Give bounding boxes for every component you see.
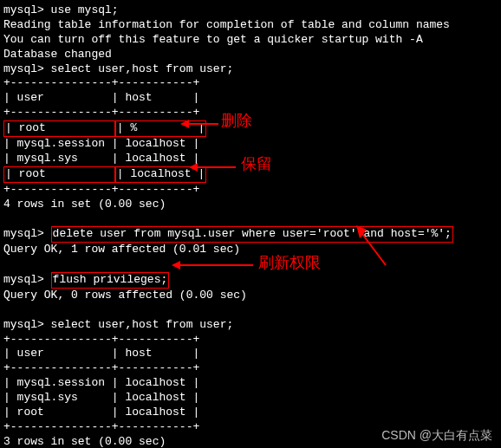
- output-line: Query OK, 0 rows affected (0.00 sec): [3, 289, 498, 303]
- watermark: CSDN @大白有点菜: [381, 427, 492, 443]
- output-line: You can turn off this feature to get a q…: [3, 33, 498, 48]
- output-line: Query OK, 1 row affected (0.01 sec): [3, 243, 498, 257]
- highlight-flush-cmd: flush privileges;: [51, 272, 170, 289]
- cmd-delete: mysql> delete user from mysql.user where…: [3, 226, 498, 243]
- blank-line: [3, 211, 498, 226]
- output-line: Database changed: [3, 48, 498, 62]
- cmd-use: mysql> use mysql;: [3, 3, 498, 18]
- table-row: | root | localhost |: [3, 406, 498, 420]
- table-row-root-localhost: | root | localhost |: [3, 166, 498, 183]
- table-border: +---------------+-----------+: [3, 361, 498, 376]
- table-border: +---------------+-----------+: [3, 76, 498, 91]
- table-header: | user | host |: [3, 91, 498, 106]
- highlight-root-user: | root: [3, 120, 115, 137]
- table-row: | mysql.sys | localhost |: [3, 391, 498, 406]
- blank-line: [3, 303, 498, 318]
- table-row: | mysql.sys | localhost |: [3, 152, 498, 166]
- blank-line: [3, 257, 498, 272]
- summary-line: 4 rows in set (0.00 sec): [3, 198, 498, 212]
- table-row-root-any: | root | % |: [3, 120, 498, 137]
- cmd-flush: mysql> flush privileges;: [3, 272, 498, 289]
- table-border: +---------------+-----------+: [3, 183, 498, 198]
- highlight-keep-user: | root: [3, 166, 115, 183]
- table-header: | user | host |: [3, 347, 498, 361]
- highlight-delete-cmd: delete user from mysql.user where user='…: [51, 226, 453, 243]
- highlight-keep-host: | localhost |: [115, 166, 206, 183]
- table-border: +---------------+-----------+: [3, 106, 498, 120]
- highlight-root-host: | % |: [115, 120, 206, 137]
- table-row: | mysql.session | localhost |: [3, 376, 498, 391]
- table-border: +---------------+-----------+: [3, 333, 498, 347]
- cmd-select2: mysql> select user,host from user;: [3, 318, 498, 333]
- table-row: | mysql.session | localhost |: [3, 137, 498, 152]
- cmd-select: mysql> select user,host from user;: [3, 62, 498, 77]
- terminal[interactable]: mysql> use mysql; Reading table informat…: [3, 3, 498, 448]
- output-line: Reading table information for completion…: [3, 18, 498, 33]
